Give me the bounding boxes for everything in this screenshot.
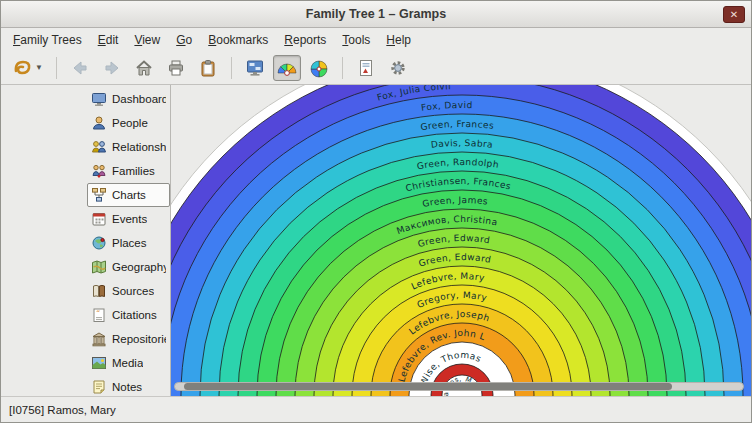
- places-icon: [91, 235, 107, 251]
- sources-icon: [91, 283, 107, 299]
- fan-chart-view-icon: [277, 58, 297, 78]
- sidebar-item-label: Citations: [112, 309, 157, 321]
- window-title: Family Tree 1 – Gramps: [306, 7, 446, 21]
- fan-chart[interactable]: Ramos, MaryWise, ThomasLefebvre, Rev. Jo…: [171, 85, 751, 396]
- menu-view[interactable]: View: [126, 30, 168, 50]
- sidebar-item-label: Sources: [112, 285, 154, 297]
- geography-icon: [91, 259, 107, 275]
- toolbar-separator: [342, 57, 343, 79]
- menu-reports[interactable]: Reports: [276, 30, 334, 50]
- sidebar-item-families[interactable]: Families: [87, 159, 170, 183]
- charts-icon: [91, 187, 107, 203]
- titlebar[interactable]: Family Tree 1 – Gramps ✕: [1, 1, 751, 28]
- home-icon: [134, 58, 154, 78]
- sidebar-item-label: Families: [112, 165, 155, 177]
- tools-button[interactable]: [384, 55, 412, 81]
- home-button[interactable]: [130, 55, 158, 81]
- sidebar-item-charts[interactable]: Charts: [87, 183, 170, 207]
- menu-tools[interactable]: Tools: [334, 30, 378, 50]
- forward-button[interactable]: [98, 55, 126, 81]
- statusbar: [I0756] Ramos, Mary: [1, 396, 751, 422]
- back-button[interactable]: [66, 55, 94, 81]
- sidebar-item-label: Media: [112, 357, 143, 369]
- repositories-icon: [91, 331, 107, 347]
- tools-icon: [388, 58, 408, 78]
- sidebar-item-label: Geography: [112, 261, 166, 273]
- sidebar-item-label: Repositories: [112, 333, 166, 345]
- menubar: Family Trees Edit View Go Bookmarks Repo…: [1, 28, 751, 51]
- sidebar-item-label: Dashboard: [112, 93, 166, 105]
- events-icon: [91, 211, 107, 227]
- full-circle-view-button[interactable]: [305, 55, 333, 81]
- sidebar-item-label: Charts: [112, 189, 146, 201]
- full-circle-view-icon: [309, 58, 329, 78]
- main-content: Dashboard People Relationships Families …: [1, 85, 751, 396]
- close-button[interactable]: ✕: [723, 6, 745, 23]
- svg-text:“: “: [96, 309, 100, 318]
- menu-bookmarks[interactable]: Bookmarks: [200, 30, 276, 50]
- left-panel: [1, 85, 87, 396]
- menu-family-trees[interactable]: Family Trees: [5, 30, 90, 50]
- fan-chart-canvas[interactable]: Ramos, MaryWise, ThomasLefebvre, Rev. Jo…: [171, 85, 751, 396]
- clipboard-icon: [198, 58, 218, 78]
- scrollbar-thumb[interactable]: [184, 383, 672, 390]
- sidebar-item-relationships[interactable]: Relationships: [87, 135, 170, 159]
- menu-go[interactable]: Go: [168, 30, 200, 50]
- horizontal-scrollbar[interactable]: [174, 382, 744, 391]
- toolbar-separator: [231, 57, 232, 79]
- families-icon: [91, 163, 107, 179]
- sidebar-item-people[interactable]: People: [87, 111, 170, 135]
- gramps-logo-icon: [11, 57, 33, 79]
- sidebar-item-label: Relationships: [112, 141, 166, 153]
- people-icon: [91, 115, 107, 131]
- toolbar: ▼: [1, 51, 751, 85]
- sidebar-item-geography[interactable]: Geography: [87, 255, 170, 279]
- sidebar-item-media[interactable]: Media: [87, 351, 170, 375]
- chevron-down-icon: ▼: [35, 63, 43, 72]
- sidebar-item-events[interactable]: Events: [87, 207, 170, 231]
- reports-button[interactable]: [352, 55, 380, 81]
- navigator-sidebar: Dashboard People Relationships Families …: [87, 85, 171, 396]
- sidebar-item-places[interactable]: Places: [87, 231, 170, 255]
- menu-edit[interactable]: Edit: [90, 30, 127, 50]
- relationships-icon: [91, 139, 107, 155]
- sidebar-item-label: People: [112, 117, 148, 129]
- forward-arrow-icon: [102, 58, 122, 78]
- sidebar-item-repositories[interactable]: Repositories: [87, 327, 170, 351]
- family-trees-button[interactable]: ▼: [7, 55, 47, 81]
- fan-chart-view-button[interactable]: [273, 55, 301, 81]
- media-icon: [91, 355, 107, 371]
- sidebar-item-label: Places: [112, 237, 147, 249]
- pedigree-view-button[interactable]: [241, 55, 269, 81]
- sidebar-item-label: Notes: [112, 381, 142, 393]
- sidebar-item-label: Events: [112, 213, 147, 225]
- clipboard-button[interactable]: [194, 55, 222, 81]
- gramps-window: Family Tree 1 – Gramps ✕ Family Trees Ed…: [0, 0, 752, 423]
- pedigree-view-icon: [245, 58, 265, 78]
- sidebar-item-sources[interactable]: Sources: [87, 279, 170, 303]
- sidebar-item-dashboard[interactable]: Dashboard: [87, 87, 170, 111]
- status-active-person: [I0756] Ramos, Mary: [9, 404, 116, 416]
- printer-icon: [166, 58, 186, 78]
- back-arrow-icon: [70, 58, 90, 78]
- notes-icon: [91, 379, 107, 395]
- toolbar-separator: [56, 57, 57, 79]
- menu-help[interactable]: Help: [378, 30, 419, 50]
- citations-icon: “: [91, 307, 107, 323]
- report-document-icon: [356, 58, 376, 78]
- dashboard-icon: [91, 91, 107, 107]
- print-button[interactable]: [162, 55, 190, 81]
- sidebar-item-citations[interactable]: “ Citations: [87, 303, 170, 327]
